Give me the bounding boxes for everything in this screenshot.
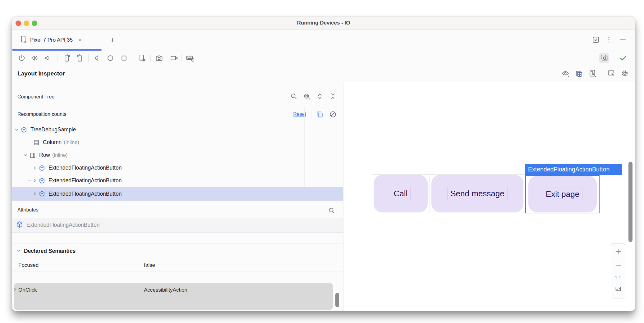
device-settings-icon[interactable] [137, 53, 147, 63]
overview-icon[interactable] [119, 53, 129, 63]
fab-call-label: Call [391, 187, 411, 200]
preview-edge-line [626, 82, 626, 311]
column-layout-icon [33, 139, 40, 146]
attributes-empty-row [12, 233, 343, 244]
compose-node-icon [38, 165, 46, 171]
zoom-ratio-label[interactable]: 1:1 [615, 275, 621, 280]
tree-row-efab-1[interactable]: ExtendedFloatingActionButton [12, 162, 343, 174]
phone-icon [20, 35, 27, 45]
chevron-right-icon[interactable] [31, 192, 38, 196]
back-icon[interactable] [92, 53, 102, 63]
table-row-focused[interactable]: Focused false [12, 259, 343, 271]
chevron-right-icon[interactable] [13, 287, 17, 293]
layout-inspector-toggle-icon[interactable] [599, 53, 609, 63]
highlight-options-icon[interactable] [302, 92, 311, 101]
tree-node-label: ExtendedFloatingActionButton [48, 191, 122, 197]
search-icon[interactable] [289, 92, 298, 101]
separator [602, 69, 602, 77]
export-snapshot-icon[interactable] [574, 69, 584, 78]
compose-node-icon [20, 126, 28, 133]
device-preview-panel: Call Send message Exit page ExtendedFloa… [343, 82, 635, 311]
tree-node-label: ExtendedFloatingActionButton [48, 177, 122, 184]
settings-gear-icon[interactable] [620, 69, 629, 78]
chevron-right-icon[interactable] [31, 166, 38, 170]
layer-tree-options-icon[interactable] [588, 69, 597, 78]
visibility-options-icon[interactable] [561, 69, 570, 78]
compose-node-icon [16, 221, 23, 230]
pick-component-icon[interactable] [606, 69, 616, 78]
selected-component-outline [525, 175, 600, 213]
attributes-column-divider [141, 233, 141, 243]
window-title: Running Devices - IO [12, 16, 635, 30]
attribute-value: AccessibilityAction [144, 287, 187, 293]
device-toolbar [12, 51, 635, 65]
table-row-onclick[interactable]: OnClick AccessibilityAction [12, 284, 343, 296]
screenshot-camera-icon[interactable] [154, 53, 164, 63]
component-tree-header: Component Tree [12, 82, 343, 107]
attributes-component-row[interactable]: ExtendedFloatingActionButton [12, 218, 343, 233]
collapse-all-icon[interactable] [328, 92, 338, 101]
title-bar: Running Devices - IO [12, 16, 635, 30]
expand-all-icon[interactable] [315, 92, 324, 101]
table-row-requestfocus[interactable]: RequestFocus AccessibilityAction [12, 309, 343, 311]
recomposition-row: Recomposition counts Reset [12, 107, 343, 122]
volume-up-icon[interactable] [30, 53, 40, 63]
toolbar-separator [150, 54, 151, 62]
home-icon[interactable] [105, 53, 115, 63]
kebab-menu-icon[interactable] [605, 36, 613, 45]
rotate-left-icon[interactable] [62, 53, 72, 63]
volume-down-icon[interactable] [43, 53, 53, 63]
preview-scrollbar[interactable] [628, 162, 632, 242]
attributes-component-label: ExtendedFloatingActionButton [26, 222, 99, 228]
zoom-out-icon[interactable] [614, 262, 622, 270]
power-icon[interactable] [17, 53, 27, 63]
attributes-title: Attributes [17, 207, 39, 213]
declared-semantics-table: Focused false OnClick AccessibilityActio… [12, 259, 343, 311]
screenshot-canvas: Running Devices - IO Pixel 7 Pro API 35 … [0, 0, 644, 323]
copy-counts-icon[interactable] [315, 110, 324, 119]
tree-row-row[interactable]: Row (inline) [12, 149, 343, 162]
tree-row-efab-3-selected[interactable]: ExtendedFloatingActionButton [12, 187, 343, 201]
declared-semantics-title: Declared Semantics [24, 248, 76, 254]
compose-node-icon [38, 190, 46, 197]
screen-record-icon[interactable] [169, 53, 179, 63]
tree-row-efab-2[interactable]: ExtendedFloatingActionButton [12, 174, 343, 187]
tree-row-column[interactable]: Column (inline) [12, 136, 343, 149]
tab-close-icon[interactable]: × [78, 37, 82, 43]
search-icon[interactable] [327, 206, 336, 215]
chevron-down-icon[interactable] [16, 248, 21, 254]
tree-row-treedebugsample[interactable]: TreeDebugSample [12, 123, 343, 136]
chevron-down-icon[interactable] [13, 128, 20, 132]
chevron-down-icon[interactable] [22, 153, 29, 157]
layout-inspector-title: Layout Inspector [17, 65, 65, 82]
declared-semantics-header[interactable]: Declared Semantics [12, 243, 343, 259]
minimize-icon[interactable] [619, 36, 627, 45]
left-panel-scrollbar[interactable] [335, 293, 339, 307]
chevron-right-icon[interactable] [31, 179, 38, 183]
toolbar-separator [614, 54, 614, 62]
disable-counts-icon[interactable] [328, 110, 338, 119]
layout-inspector-bar: Layout Inspector [12, 65, 635, 82]
toolbar-separator [181, 54, 182, 62]
fab-call-button[interactable]: Call [374, 175, 428, 212]
scale-down-icon[interactable] [591, 35, 600, 45]
hardware-input-icon[interactable] [185, 53, 195, 63]
toolbar-separator [133, 54, 133, 62]
attribute-value: false [144, 262, 155, 268]
tab-pixel-7-pro[interactable]: Pixel 7 Pro API 35 × [12, 30, 102, 50]
tab-label: Pixel 7 Pro API 35 [30, 37, 73, 43]
component-tree: TreeDebugSample Column (inline) Row (inl… [12, 123, 343, 202]
tree-node-label: ExtendedFloatingActionButton [48, 165, 122, 171]
zoom-to-fit-icon[interactable] [614, 285, 622, 294]
add-tab-button[interactable]: + [107, 30, 118, 50]
fab-send-message-label: Send message [447, 187, 507, 200]
tree-node-suffix: (inline) [64, 139, 79, 145]
attribute-key: OnClick [18, 287, 37, 293]
fab-send-message-button[interactable]: Send message [431, 175, 523, 212]
row-layout-icon [29, 152, 36, 159]
zoom-in-icon[interactable] [614, 248, 622, 257]
rotate-right-icon[interactable] [75, 53, 85, 63]
selected-component-tooltip: ExtendedFloatingActionButton [525, 164, 622, 175]
tree-node-label: Row [39, 152, 50, 158]
confirm-check-icon[interactable] [618, 53, 628, 63]
